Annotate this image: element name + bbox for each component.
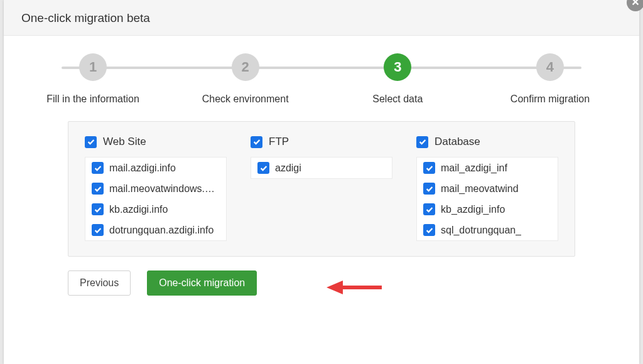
step-circle-4: 4 <box>536 53 564 81</box>
step-2: 2 Check environment <box>183 53 308 105</box>
column-header-ftp: FTP <box>251 136 392 148</box>
checkbox-item[interactable] <box>92 203 104 215</box>
step-label-1: Fill in the information <box>46 94 139 105</box>
list-item: azdigi <box>251 158 392 178</box>
migration-modal: One-click migration beta 1 Fill in the i… <box>4 0 639 364</box>
data-columns: Web Site mail.azdigi.info mail.meovatwin… <box>85 136 558 241</box>
item-label: mail_meovatwind <box>441 183 519 195</box>
footer-actions: Previous One-click migration <box>68 270 575 296</box>
step-1: 1 Fill in the information <box>30 53 156 105</box>
select-data-panel: Web Site mail.azdigi.info mail.meovatwin… <box>68 121 575 257</box>
column-header-website: Web Site <box>85 136 227 148</box>
checkbox-item[interactable] <box>423 203 435 215</box>
list-item: sql_dotrungquan_ <box>417 220 558 240</box>
column-header-database: Database <box>416 136 558 148</box>
step-label-2: Check environment <box>202 94 289 105</box>
ftp-list: azdigi <box>251 157 392 179</box>
list-item: dotrungquan.azdigi.info <box>85 220 226 240</box>
step-circle-2: 2 <box>232 53 259 81</box>
checkbox-item[interactable] <box>92 162 104 174</box>
checkbox-website-all[interactable] <box>85 136 97 148</box>
checkbox-item[interactable] <box>92 183 104 195</box>
checkbox-item[interactable] <box>423 162 435 174</box>
database-list: mail_azdigi_inf mail_meovatwind kb_azdig… <box>416 157 558 241</box>
item-label: sql_dotrungquan_ <box>441 225 521 236</box>
column-database: Database mail_azdigi_inf mail_meovatwind <box>416 136 558 241</box>
checkbox-ftp-all[interactable] <box>251 136 262 148</box>
item-label: mail.azdigi.info <box>109 163 176 174</box>
list-item: mail.meovatwindows.… <box>85 178 226 199</box>
step-circle-1: 1 <box>79 53 107 81</box>
step-4: 4 Confirm migration <box>487 53 613 105</box>
item-label: azdigi <box>275 163 301 174</box>
website-list: mail.azdigi.info mail.meovatwindows.… kb… <box>85 157 227 241</box>
list-item: mail.azdigi.info <box>85 158 226 178</box>
step-circle-3: 3 <box>384 53 411 81</box>
migrate-button[interactable]: One-click migration <box>147 270 257 296</box>
checkbox-item[interactable] <box>92 224 104 236</box>
checkbox-item[interactable] <box>423 183 435 195</box>
list-item: mail_meovatwind <box>417 178 558 199</box>
previous-button[interactable]: Previous <box>68 270 131 296</box>
item-label: mail.meovatwindows.… <box>109 183 215 195</box>
column-website: Web Site mail.azdigi.info mail.meovatwin… <box>85 136 227 241</box>
column-title-ftp: FTP <box>269 136 289 148</box>
modal-body: 1 Fill in the information 2 Check enviro… <box>4 36 639 296</box>
modal-title: One-click migration beta <box>21 11 150 24</box>
svg-marker-1 <box>327 281 343 294</box>
list-item: mail_azdigi_inf <box>417 158 558 178</box>
item-label: dotrungquan.azdigi.info <box>109 225 213 236</box>
arrow-annotation-icon <box>327 278 383 297</box>
checkbox-item[interactable] <box>257 162 269 174</box>
step-3: 3 Select data <box>335 53 460 105</box>
item-label: kb.azdigi.info <box>109 204 168 215</box>
item-label: mail_azdigi_inf <box>441 163 507 174</box>
column-title-website: Web Site <box>103 136 146 148</box>
stepper: 1 Fill in the information 2 Check enviro… <box>18 53 625 105</box>
column-title-database: Database <box>435 136 480 148</box>
step-label-3: Select data <box>372 94 423 105</box>
item-label: kb_azdigi_info <box>441 204 505 215</box>
close-icon <box>631 0 640 9</box>
checkbox-database-all[interactable] <box>416 136 428 148</box>
list-item: kb_azdigi_info <box>417 199 558 220</box>
list-item: kb.azdigi.info <box>85 199 226 220</box>
step-label-4: Confirm migration <box>511 94 590 105</box>
checkbox-item[interactable] <box>423 224 435 236</box>
column-ftp: FTP azdigi <box>251 136 392 241</box>
modal-header: One-click migration beta <box>4 0 639 36</box>
